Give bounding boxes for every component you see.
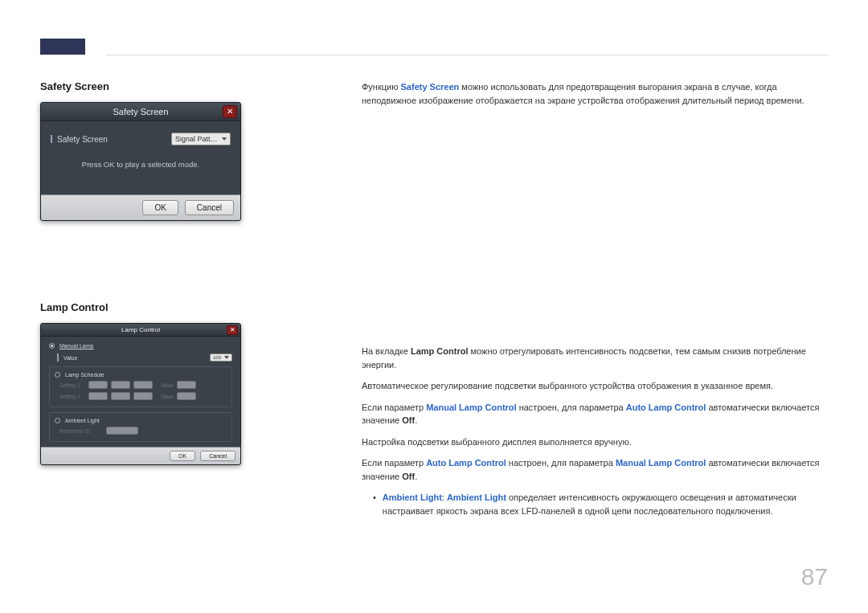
- safety-screen-label: Safety Screen: [57, 135, 166, 144]
- safety-description: Функцию Safety Screen можно использовать…: [362, 80, 828, 107]
- dialog-body: Safety Screen Signal Patt… Press OK to p…: [41, 121, 240, 194]
- header-rule: [106, 55, 828, 55]
- ok-button[interactable]: OK: [170, 451, 195, 461]
- value-row: Value 100: [57, 353, 232, 362]
- value-label: Value: [156, 382, 174, 388]
- reference-id-row: Reference ID: [56, 427, 225, 435]
- header-accent-block: [40, 39, 85, 55]
- term-lamp-control: Lamp Control: [411, 346, 469, 356]
- close-icon[interactable]: ✕: [223, 105, 237, 118]
- value-label: Value: [156, 394, 174, 399]
- cancel-button[interactable]: Cancel: [185, 200, 234, 215]
- safety-screen-heading: Safety Screen: [40, 80, 281, 92]
- lamp-schedule-header: Lamp Schedule: [55, 372, 225, 378]
- ambient-light-bullet: • Ambient Light: Ambient Light определяе…: [373, 491, 828, 517]
- dialog-hint: Press OK to play a selected mode.: [51, 160, 231, 169]
- value-label: Value: [63, 355, 205, 361]
- text: настроен, для параметра: [517, 403, 626, 412]
- lamp-description-block: На вкладке Lamp Control можно отрегулиро…: [362, 345, 828, 517]
- safety-screen-dropdown[interactable]: Signal Patt…: [171, 133, 231, 145]
- dialog-title: Safety Screen: [113, 107, 168, 116]
- close-icon[interactable]: ✕: [227, 325, 238, 335]
- ok-button[interactable]: OK: [142, 200, 178, 215]
- text: .: [415, 415, 417, 425]
- setting2-row: Setting 2 Value: [56, 392, 225, 400]
- left-column: Safety Screen Safety Screen ✕ Safety Scr…: [40, 80, 281, 465]
- manual-lamp-row: Manual Lamp: [49, 343, 232, 349]
- bullet-icon: •: [373, 491, 376, 517]
- ambient-light-header: Ambient Light: [55, 418, 225, 423]
- disabled-field: [88, 392, 108, 400]
- term-ambient-light: Ambient Light: [383, 492, 442, 502]
- lamp-p4: Настройка подсветки выбранного дисплея в…: [362, 435, 828, 449]
- term-off: Off: [402, 415, 415, 425]
- lamp-control-heading: Lamp Control: [40, 301, 281, 313]
- dialog-footer: OK Cancel: [41, 194, 240, 220]
- lamp-p3: Если параметр Manual Lamp Control настро…: [362, 401, 828, 427]
- text: Если параметр: [362, 403, 426, 412]
- disabled-field: [133, 392, 153, 400]
- text: На вкладке: [362, 346, 411, 356]
- disabled-field: [111, 392, 130, 400]
- setting1-row: Setting 1 Value: [56, 381, 225, 389]
- cancel-button[interactable]: Cancel: [200, 451, 235, 461]
- lamp-schedule-label: Lamp Schedule: [65, 372, 225, 378]
- setting1-label: Setting 1: [59, 382, 85, 388]
- dialog-footer: OK Cancel: [41, 447, 240, 464]
- disabled-field: [111, 381, 130, 389]
- term-ambient-light: Ambient Light: [447, 492, 506, 502]
- disabled-field: [177, 381, 196, 389]
- text: Если параметр: [362, 458, 426, 468]
- radio-icon[interactable]: [55, 418, 60, 423]
- manual-page: Safety Screen Safety Screen ✕ Safety Scr…: [0, 0, 868, 613]
- safety-screen-dialog: Safety Screen ✕ Safety Screen Signal Pat…: [40, 102, 241, 221]
- dialog-title: Lamp Control: [121, 326, 160, 333]
- text: .: [415, 472, 417, 481]
- term-auto-lamp: Auto Lamp Control: [426, 458, 506, 468]
- bullet-text: Ambient Light: Ambient Light определяет …: [383, 491, 828, 517]
- value-dropdown[interactable]: 100: [210, 353, 232, 362]
- row-marker-icon: [51, 135, 52, 143]
- ambient-light-label: Ambient Light: [65, 418, 225, 423]
- term-auto-lamp: Auto Lamp Control: [626, 403, 706, 412]
- lamp-p5: Если параметр Auto Lamp Control настроен…: [362, 456, 828, 483]
- dialog-body: Manual Lamp Value 100 Lamp Schedule: [41, 337, 240, 447]
- text: настроен, для параметра: [506, 458, 616, 468]
- disabled-field: [133, 381, 153, 389]
- dialog-titlebar: Lamp Control ✕: [41, 324, 240, 337]
- lamp-p2: Автоматическое регулирование подсветки в…: [362, 379, 828, 393]
- reference-id-label: Reference ID: [59, 428, 103, 434]
- manual-lamp-label: Manual Lamp: [59, 343, 232, 349]
- lamp-p1: На вкладке Lamp Control можно отрегулиро…: [362, 345, 828, 371]
- chevron-down-icon: [224, 356, 229, 359]
- term-manual-lamp: Manual Lamp Control: [426, 403, 516, 412]
- disabled-field: [177, 392, 196, 400]
- row-marker-icon: [57, 353, 59, 362]
- dropdown-value: 100: [213, 355, 221, 360]
- lamp-control-dialog: Lamp Control ✕ Manual Lamp Value 100: [40, 323, 241, 465]
- disabled-field: [88, 381, 108, 389]
- term-manual-lamp: Manual Lamp Control: [616, 458, 706, 468]
- right-column: Функцию Safety Screen можно использовать…: [362, 80, 828, 517]
- dialog-titlebar: Safety Screen ✕: [41, 103, 240, 121]
- ambient-light-group: Ambient Light Reference ID: [49, 412, 232, 442]
- safety-screen-row: Safety Screen Signal Patt…: [51, 133, 231, 145]
- disabled-field: [106, 427, 138, 435]
- setting2-label: Setting 2: [59, 394, 85, 399]
- term-off: Off: [402, 472, 415, 481]
- lamp-schedule-group: Lamp Schedule Setting 1 Value Setting 2: [49, 366, 232, 407]
- radio-icon[interactable]: [49, 343, 55, 349]
- chevron-down-icon: [222, 137, 227, 141]
- dropdown-value: Signal Patt…: [175, 135, 218, 143]
- text: Функцию: [362, 82, 401, 92]
- radio-icon[interactable]: [55, 372, 60, 378]
- term-safety-screen: Safety Screen: [401, 82, 460, 92]
- page-number: 87: [801, 563, 828, 591]
